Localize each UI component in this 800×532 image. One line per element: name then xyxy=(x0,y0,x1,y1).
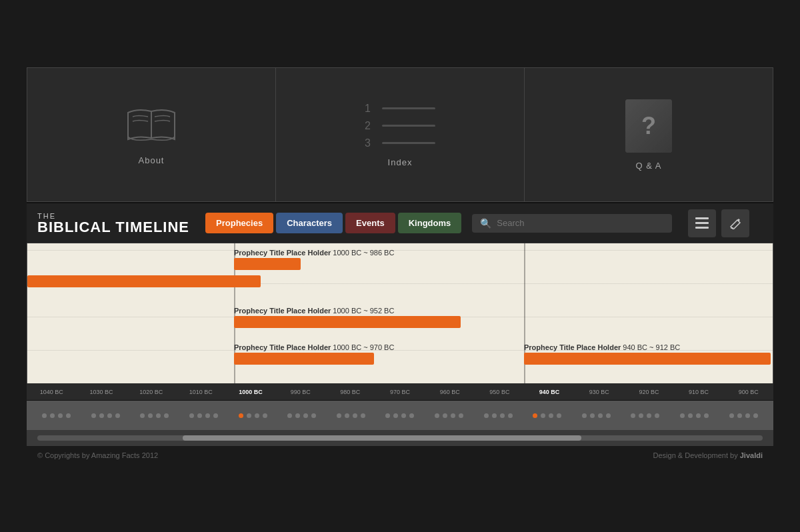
layers-icon xyxy=(695,217,709,229)
dot-group-10 xyxy=(473,413,523,418)
footer-copyright: © Copyrights by Amazing Facts 2012 xyxy=(37,451,158,459)
about-panel[interactable]: About xyxy=(27,68,276,201)
search-icon: 🔍 xyxy=(480,218,491,229)
dot xyxy=(353,413,357,418)
dot xyxy=(451,413,455,418)
timeline-dots xyxy=(27,401,773,430)
dot xyxy=(459,413,463,418)
dot xyxy=(91,413,96,418)
prophecy-item-5[interactable]: Prophecy Title Place Holder 940 BC ~ 912… xyxy=(524,343,771,365)
dot xyxy=(443,413,447,418)
dot xyxy=(401,413,406,418)
index-panel[interactable]: 1 2 3 Index xyxy=(276,68,525,201)
dot xyxy=(647,413,651,418)
dot xyxy=(213,413,218,418)
dot xyxy=(197,413,202,418)
qa-label: Q & A xyxy=(636,161,662,171)
dot-group-15 xyxy=(719,413,768,418)
prophecy-item-1[interactable]: Prophecy Title Place Holder 1000 BC ~ 98… xyxy=(234,249,394,270)
layers-button[interactable] xyxy=(688,209,716,237)
dot-group-12 xyxy=(572,413,621,418)
ruler-1010: 1010 BC xyxy=(176,389,226,395)
search-input[interactable] xyxy=(497,218,664,228)
dot xyxy=(263,413,267,418)
edit-button[interactable] xyxy=(721,209,749,237)
dot-active-2 xyxy=(533,413,537,418)
dot xyxy=(311,413,316,418)
dot-group-3 xyxy=(130,413,179,418)
dot xyxy=(295,413,300,418)
ruler-960: 960 BC xyxy=(425,389,475,395)
dot xyxy=(58,413,63,418)
dot-group-5-active xyxy=(228,413,277,418)
dot xyxy=(745,413,750,418)
timeline-scrollbar xyxy=(27,430,773,446)
tab-kingdoms[interactable]: Kingdoms xyxy=(398,213,462,233)
book-icon xyxy=(125,105,178,147)
dot xyxy=(156,413,161,418)
dot-group-11-active xyxy=(523,413,572,418)
tab-characters[interactable]: Characters xyxy=(276,213,343,233)
ruler-900: 900 BC xyxy=(723,389,773,395)
edit-icon xyxy=(729,217,741,229)
prophecy-item-4[interactable]: Prophecy Title Place Holder 1000 BC ~ 97… xyxy=(234,343,394,365)
svg-rect-2 xyxy=(695,222,709,224)
prophecy-item-3[interactable]: Prophecy Title Place Holder 1000 BC ~ 95… xyxy=(234,307,461,328)
dot xyxy=(99,413,104,418)
dot xyxy=(541,413,545,418)
dot xyxy=(50,413,55,418)
dot xyxy=(598,413,603,418)
about-label: About xyxy=(139,155,165,165)
prophecy-bar-1 xyxy=(234,258,301,270)
ruler-950: 950 BC xyxy=(475,389,525,395)
dot-group-9 xyxy=(425,413,474,418)
dot-group-7 xyxy=(327,413,376,418)
footer-brand: Jivaldi xyxy=(740,451,763,459)
dot xyxy=(590,413,595,418)
dot xyxy=(639,413,643,418)
ruler-940: 940 BC xyxy=(525,389,575,395)
tab-prophecies[interactable]: Prophecies xyxy=(205,213,273,233)
dot xyxy=(606,413,611,418)
dot xyxy=(303,413,308,418)
timeline-ruler: 1040 BC 1030 BC 1020 BC 1010 BC 1000 BC … xyxy=(27,383,773,401)
ruler-1020: 1020 BC xyxy=(126,389,176,395)
dot-group-1 xyxy=(32,413,81,418)
timeline-header: THE BIBLICAL TIMELINE Prophecies Charact… xyxy=(27,202,773,243)
dot-active xyxy=(239,413,243,418)
index-icon: 1 2 3 xyxy=(365,103,435,149)
dot xyxy=(688,413,693,418)
ruler-1040: 1040 BC xyxy=(27,389,77,395)
dot xyxy=(115,413,120,418)
prophecy-item-2[interactable] xyxy=(27,275,261,287)
ruler-980: 980 BC xyxy=(325,389,375,395)
dot xyxy=(500,413,505,418)
dot xyxy=(361,413,365,418)
dot xyxy=(557,413,561,418)
dot xyxy=(753,413,758,418)
prophecy-bar-3 xyxy=(234,316,461,328)
dot xyxy=(247,413,251,418)
dot xyxy=(696,413,701,418)
dot-group-8 xyxy=(375,413,425,418)
dot xyxy=(345,413,349,418)
dot xyxy=(164,413,169,418)
tab-events[interactable]: Events xyxy=(345,213,395,233)
scrollbar-track[interactable] xyxy=(37,435,763,441)
dot-group-14 xyxy=(670,413,719,418)
timeline-main: Prophecy Title Place Holder 1000 BC ~ 98… xyxy=(27,243,773,383)
scrollbar-thumb[interactable] xyxy=(183,435,581,441)
dot xyxy=(107,413,112,418)
ruler-920: 920 BC xyxy=(624,389,674,395)
dot xyxy=(255,413,259,418)
dot xyxy=(337,413,341,418)
dot xyxy=(42,413,47,418)
dot xyxy=(393,413,398,418)
search-bar: 🔍 xyxy=(472,214,672,233)
dot xyxy=(492,413,497,418)
dot xyxy=(508,413,513,418)
dot xyxy=(680,413,685,418)
dot xyxy=(737,413,742,418)
dot xyxy=(140,413,145,418)
qa-panel[interactable]: ? Q & A xyxy=(525,68,773,201)
